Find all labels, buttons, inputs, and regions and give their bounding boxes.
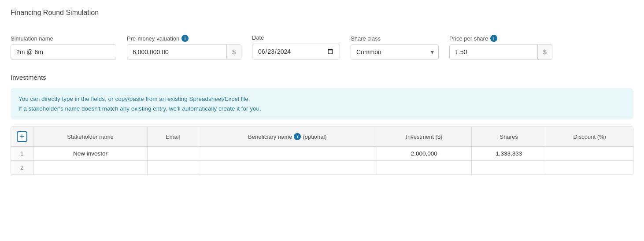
stakeholder-name-header: Stakeholder name <box>33 127 148 147</box>
simulation-name-label: Simulation name <box>11 35 116 42</box>
row-number: 1 <box>11 147 33 161</box>
investments-section-title: Investments <box>11 74 633 81</box>
share-class-select-wrapper: Common Preferred Other ▾ <box>351 44 439 59</box>
email-header: Email <box>148 127 198 147</box>
simulation-name-input[interactable] <box>11 45 116 59</box>
pre-money-input-wrapper: $ <box>127 44 241 59</box>
discount-cell[interactable] <box>546 161 633 175</box>
shares-cell[interactable] <box>472 161 546 175</box>
stakeholder-name-cell[interactable] <box>33 161 148 175</box>
price-per-share-field: Price per share i $ <box>449 35 552 59</box>
discount-cell[interactable] <box>546 147 633 161</box>
pre-money-input[interactable] <box>127 45 226 59</box>
email-cell[interactable] <box>148 161 198 175</box>
price-per-share-label: Price per share i <box>449 35 552 42</box>
beneficiary-name-cell[interactable] <box>198 161 377 175</box>
page-title: Financing Round Simulation <box>11 9 633 17</box>
discount-header: Discount (%) <box>546 127 633 147</box>
page-container: Financing Round Simulation Simulation na… <box>0 0 644 184</box>
beneficiary-name-cell[interactable] <box>198 147 377 161</box>
date-field: Date <box>252 34 340 59</box>
table-row: 2 <box>11 161 633 175</box>
investments-table: + Stakeholder name Email Beneficiary nam… <box>11 127 633 174</box>
simulation-name-input-wrapper <box>11 44 116 59</box>
stakeholder-name-cell[interactable]: New investor <box>33 147 148 161</box>
share-class-chevron-icon: ▾ <box>426 45 438 59</box>
share-class-select[interactable]: Common Preferred Other <box>351 45 426 59</box>
simulation-name-field: Simulation name <box>11 35 116 59</box>
pre-money-label: Pre-money valuation i <box>127 35 241 42</box>
investment-header: Investment ($) <box>377 127 471 147</box>
pre-money-info-icon[interactable]: i <box>181 35 189 42</box>
date-input[interactable] <box>252 44 340 59</box>
shares-header: Shares <box>472 127 546 147</box>
beneficiary-name-header: Beneficiary name i (optional) <box>198 127 377 147</box>
pre-money-suffix: $ <box>226 45 241 59</box>
info-banner-line1: You can directly type in the fields, or … <box>19 94 625 104</box>
row-number: 2 <box>11 161 33 175</box>
investments-table-body: 1 New investor 2,000,000 1,333,333 2 <box>11 147 633 175</box>
price-per-share-info-icon[interactable]: i <box>490 35 497 42</box>
investment-cell[interactable]: 2,000,000 <box>377 147 471 161</box>
date-label: Date <box>252 34 340 41</box>
info-banner-line2: If a stakeholder's name doesn't match an… <box>19 104 625 114</box>
table-row: 1 New investor 2,000,000 1,333,333 <box>11 147 633 161</box>
form-row: Simulation name Pre-money valuation i $ … <box>11 34 633 59</box>
add-column-header: + <box>11 127 33 147</box>
table-header-row: + Stakeholder name Email Beneficiary nam… <box>11 127 633 147</box>
share-class-label: Share class <box>351 35 439 42</box>
beneficiary-info-icon[interactable]: i <box>294 133 301 140</box>
share-class-field: Share class Common Preferred Other ▾ <box>351 35 439 59</box>
beneficiary-label-wrapper: Beneficiary name i (optional) <box>204 133 371 140</box>
price-per-share-input[interactable] <box>450 45 537 59</box>
shares-cell[interactable]: 1,333,333 <box>472 147 546 161</box>
add-row-button[interactable]: + <box>17 131 27 142</box>
email-cell[interactable] <box>148 147 198 161</box>
date-input-wrapper <box>252 44 340 59</box>
price-per-share-suffix: $ <box>537 45 552 59</box>
investment-cell[interactable] <box>377 161 471 175</box>
price-per-share-input-wrapper: $ <box>449 44 552 59</box>
pre-money-valuation-field: Pre-money valuation i $ <box>127 35 241 59</box>
info-banner: You can directly type in the fields, or … <box>11 88 633 119</box>
investments-table-container: + Stakeholder name Email Beneficiary nam… <box>11 126 633 175</box>
